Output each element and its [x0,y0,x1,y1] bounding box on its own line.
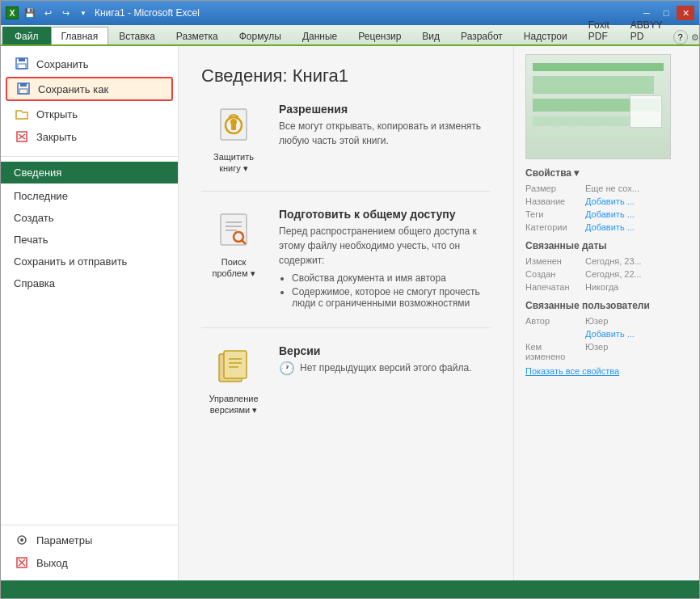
sidebar-open-label: Открыть [36,108,78,120]
prop-title-label: Название [525,196,580,206]
prop-title-value[interactable]: Добавить ... [585,196,635,206]
tab-view[interactable]: Вид [411,27,450,44]
prop-categories-label: Категории [525,222,580,232]
sidebar-item-print[interactable]: Печать [1,227,178,249]
tab-home[interactable]: Главная [51,27,109,44]
prop-modified-label: Изменен [525,256,580,266]
tab-formulas[interactable]: Формулы [229,27,292,44]
protect-book-btn[interactable] [211,103,256,148]
sidebar-close-label: Закрыть [36,131,77,143]
prop-row-size: Размер Еще не сох... [525,183,688,193]
close-file-icon [14,130,30,143]
show-all-properties-link[interactable]: Показать все свойства [525,366,688,376]
tab-insert[interactable]: Вставка [108,27,166,44]
permissions-text: Разрешения Все могут открывать, копирова… [279,103,491,148]
prop-row-tags: Теги Добавить ... [525,209,688,219]
prop-author-value: Юзер [585,316,608,326]
prop-row-printed: Напечатан Никогда [525,282,688,292]
options-ribbon-btn[interactable]: ⚙ [691,32,699,43]
tab-foxit[interactable]: Foxit PDF [578,15,620,44]
tab-addins[interactable]: Надстрои [513,27,578,44]
manage-versions-btn[interactable] [211,344,256,390]
sidebar-item-new[interactable]: Создать [1,205,178,227]
sidebar-item-save[interactable]: Сохранить [1,53,178,75]
search-problems-btn[interactable] [211,208,256,253]
sidebar-top: Сохранить Сохранить как Открыть [1,46,178,151]
open-icon [14,108,30,120]
tab-data[interactable]: Данные [292,27,348,44]
tab-dev[interactable]: Разработ [450,27,513,44]
prop-row-author: Автор Юзер [525,316,688,326]
sidebar-item-close[interactable]: Закрыть [1,125,178,148]
prepare-list-item-1: Свойства документа и имя автора [292,272,491,284]
prepare-section: Поискпроблем ▾ Подготовить к общему дост… [201,208,491,328]
permissions-icon-box: Защититькнигу ▾ [201,103,266,175]
quick-redo-btn[interactable]: ↪ [57,6,74,20]
prop-categories-value[interactable]: Добавить ... [585,222,635,232]
tab-review[interactable]: Рецензир [348,27,411,44]
versions-section: Управлениеверсиями ▾ Версии 🕐 Нет предыд… [201,344,491,432]
excel-icon: X [6,6,19,19]
prop-author-label: Автор [525,316,580,326]
sidebar-item-save-send[interactable]: Сохранить и отправить [1,249,178,271]
sidebar-item-info[interactable]: Сведения [1,162,178,183]
prop-add-author-value[interactable]: Добавить ... [585,329,635,339]
options-icon [14,534,30,546]
prepare-heading: Подготовить к общему доступу [279,208,491,221]
prop-last-modified-value: Юзер [585,342,608,361]
search-problems-label: Поискпроблем ▾ [212,256,255,280]
svg-rect-5 [19,89,27,94]
help-btn[interactable]: ? [673,30,688,44]
users-section: Связанные пользователи Автор Юзер Добави… [525,300,688,361]
versions-icon-box: Управлениеверсиями ▾ [201,344,266,416]
save-icon [14,57,30,70]
tab-file[interactable]: Файл [2,27,51,44]
sidebar-item-exit[interactable]: Выход [1,551,178,574]
exit-icon [14,556,30,569]
sidebar-info-label: Сведения [14,167,61,179]
prop-last-modified-label: Кем изменено [525,342,580,361]
versions-text: Версии 🕐 Нет предыдущих версий этого фай… [279,344,491,376]
titlebar-left: X 💾 ↩ ↪ ▼ Книга1 - Microsoft Excel [6,6,200,20]
properties-title[interactable]: Свойства ▾ [525,167,688,179]
svg-point-10 [20,538,23,542]
svg-rect-2 [18,64,26,69]
prop-created-label: Создан [525,269,580,279]
sidebar-item-options[interactable]: Параметры [1,529,178,551]
sidebar-item-recent[interactable]: Последние [1,183,178,205]
prepare-icon-box: Поискпроблем ▾ [201,208,266,280]
prop-row-add-author: Добавить ... [525,329,688,339]
prop-modified-value: Сегодня, 23... [585,256,642,266]
versions-icon: 🕐 [279,361,295,376]
prop-row-created: Создан Сегодня, 22... [525,269,688,279]
sidebar-options-label: Параметры [36,534,92,546]
sidebar-item-save-as[interactable]: Сохранить как [6,77,173,101]
sidebar-save-as-label: Сохранить как [38,83,108,95]
tab-layout[interactable]: Разметка [166,27,229,44]
save-as-icon [15,82,32,95]
window-title: Книга1 - Microsoft Excel [95,7,200,19]
close-btn[interactable]: ✕ [677,6,694,20]
sidebar-divider-1 [1,156,178,157]
right-panel: Свойства ▾ Размер Еще не сох... Название… [513,46,699,580]
prop-row-modified: Изменен Сегодня, 23... [525,256,688,266]
prop-tags-value[interactable]: Добавить ... [585,209,635,219]
sidebar-exit-label: Выход [36,557,68,569]
quick-undo-btn[interactable]: ↩ [40,6,56,20]
prop-row-categories: Категории Добавить ... [525,222,688,232]
quick-save-btn[interactable]: 💾 [22,6,38,20]
prop-created-value: Сегодня, 22... [585,269,642,279]
prepare-list: Свойства документа и имя автора Содержим… [279,272,491,309]
permissions-section: Защититькнигу ▾ Разрешения Все могут отк… [201,103,491,192]
quick-more-btn[interactable]: ▼ [75,6,91,20]
excel-window: X 💾 ↩ ↪ ▼ Книга1 - Microsoft Excel ─ □ ✕… [0,0,700,599]
svg-rect-4 [20,83,27,86]
svg-rect-17 [231,124,236,130]
prop-row-title: Название Добавить ... [525,196,688,206]
sidebar-item-help[interactable]: Справка [1,271,178,293]
prop-tags-label: Теги [525,209,580,219]
users-title: Связанные пользователи [525,300,688,311]
tab-abbyy[interactable]: ABBYY PD [620,15,673,44]
manage-versions-label: Управлениеверсиями ▾ [209,393,258,416]
sidebar-item-open[interactable]: Открыть [1,103,178,125]
